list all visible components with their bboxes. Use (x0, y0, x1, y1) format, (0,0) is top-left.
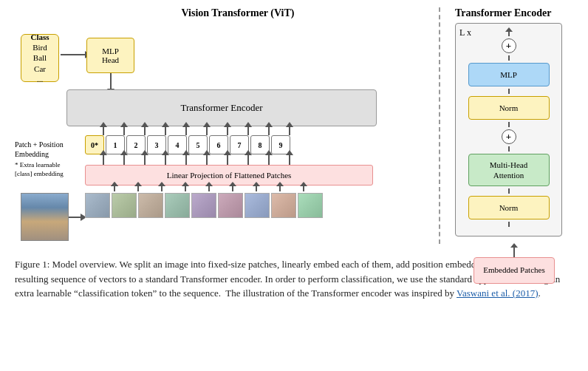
class-item-bird: Bird (33, 42, 47, 52)
image-patch-6 (218, 193, 243, 218)
mlp-head-box: MLPHead (86, 38, 134, 73)
te-norm2-block: Norm (468, 196, 550, 219)
linear-proj-label: Linear Projection of Flattened Patches (167, 171, 292, 180)
transformer-encoder-label: Transformer Encoder (180, 102, 262, 114)
te-arrow-after-norm1 (508, 122, 510, 127)
vit-inner: Class Bird Ball Car ... MLPHead (15, 23, 431, 237)
te-multihead-block: Multi-HeadAttention (468, 154, 550, 186)
te-arrow-after-plus2 (508, 146, 510, 152)
image-patches-row (85, 193, 323, 218)
arrows-patches-to-lp (103, 186, 315, 191)
class-label: Class (30, 32, 49, 42)
te-arrow-after-plus1 (508, 55, 510, 61)
patch-embed-text: Patch + PositionEmbedding (15, 140, 64, 158)
embedded-below: Embedded Patches (455, 247, 573, 284)
class-box: Class Bird Ball Car ... (21, 34, 59, 82)
te-arrow-bottom-in (508, 222, 510, 227)
vit-section: Vision Transformer (ViT) Class Bird Ball… (15, 7, 440, 244)
te-norm2-label: Norm (499, 203, 519, 212)
caption-link[interactable]: Vaswani et al. (2017) (457, 287, 538, 299)
te-arrow-top-out (508, 31, 510, 36)
caption-text-after: . (539, 287, 541, 299)
te-section: Transformer Encoder L x + MLP (440, 7, 573, 244)
te-arrow-after-mha (508, 188, 510, 194)
image-patch-3 (138, 193, 163, 218)
lx-label: L x (459, 27, 471, 38)
image-patch-7 (245, 193, 270, 218)
arrow-class-to-mlp (61, 54, 86, 55)
embedded-patches-box: Embedded Patches (474, 257, 555, 284)
te-norm1-block: Norm (468, 96, 550, 120)
arrows-lp-to-tokens (94, 154, 299, 165)
te-plus-top: + (502, 38, 516, 53)
big-source-image (21, 193, 69, 241)
class-item-car: Car (34, 64, 46, 74)
image-patch-4 (165, 193, 190, 218)
diagram-area: Vision Transformer (ViT) Class Bird Ball… (15, 7, 573, 244)
extra-note: * Extra learnable[class] embedding (15, 161, 81, 178)
image-patch-2 (112, 193, 137, 218)
te-mlp-label: MLP (500, 70, 517, 79)
image-patch-1 (85, 193, 110, 218)
te-mlp-block: MLP (468, 63, 550, 86)
arrow-mlp-to-te (110, 73, 112, 89)
embedded-patches-label: Embedded Patches (483, 265, 544, 275)
class-item-dots: ... (37, 74, 43, 84)
image-patch-8 (271, 193, 296, 218)
arrows-te-to-tokens (94, 126, 299, 135)
te-title: Transformer Encoder (455, 7, 573, 19)
te-outer-box: L x + MLP Norm (455, 23, 562, 236)
image-patch-9 (298, 193, 323, 218)
vit-title: Vision Transformer (ViT) (44, 7, 431, 19)
mlp-head-label: MLPHead (102, 47, 119, 64)
te-plus-bottom: + (502, 129, 516, 144)
main-container: Vision Transformer (ViT) Class Bird Ball… (0, 0, 588, 371)
transformer-encoder-box: Transformer Encoder (66, 89, 377, 126)
te-norm1-label: Norm (499, 103, 519, 112)
class-item-ball: Ball (33, 52, 47, 63)
arrow-bigimg-to-patches (69, 217, 82, 218)
te-multihead-label: Multi-HeadAttention (490, 160, 527, 181)
te-arrow-after-mlp (508, 89, 510, 94)
patch-embed-label: Patch + PositionEmbedding * Extra learna… (15, 140, 81, 178)
image-patch-5 (191, 193, 216, 218)
te-col: + MLP Norm + (463, 31, 554, 227)
